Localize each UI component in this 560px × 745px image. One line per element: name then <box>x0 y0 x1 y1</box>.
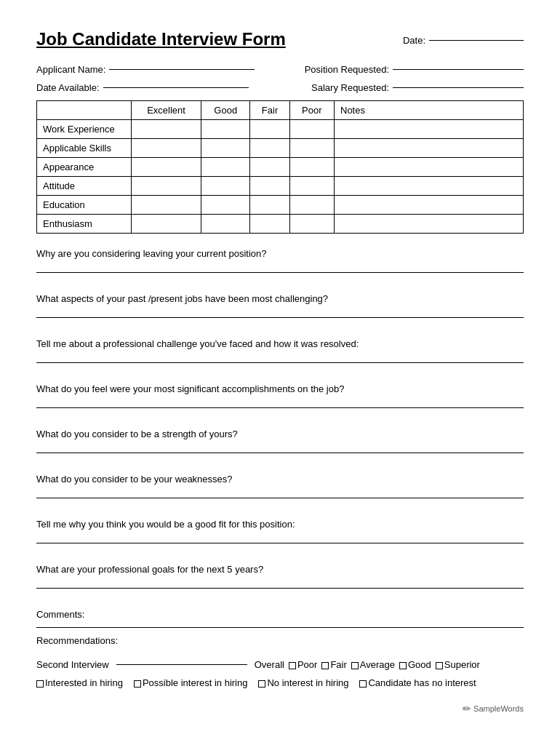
question-5: What do you consider to be a strength of… <box>36 429 524 453</box>
applicant-name-label: Applicant Name: <box>36 64 105 75</box>
applicant-row-1: Applicant Name: Position Requested: <box>36 64 524 75</box>
question-text: What are your professional goals for the… <box>36 564 524 575</box>
date-available-group: Date Available: <box>36 82 249 93</box>
divider <box>36 627 524 628</box>
second-interview-row: Second Interview Overall Poor Fair Avera… <box>36 659 524 670</box>
answer-line <box>36 362 524 363</box>
row-label: Work Experience <box>37 120 132 139</box>
answer-line <box>36 407 524 408</box>
question-text: What do you feel were your most signific… <box>36 383 524 394</box>
cell-poor <box>289 139 334 158</box>
overall-checkbox-superior[interactable]: Superior <box>436 659 480 670</box>
row-label: Education <box>37 196 132 215</box>
overall-checkbox-good[interactable]: Good <box>399 659 431 670</box>
row-label: Enthusiasm <box>37 215 132 234</box>
date-line <box>429 40 524 41</box>
checkbox-no-interest[interactable]: No interest in hiring <box>258 677 348 688</box>
cell-notes <box>335 215 524 234</box>
overall-group: Overall Poor Fair Average Good Superior <box>255 659 480 670</box>
cell-excellent <box>132 215 201 234</box>
watermark-text: ✏ SampleWords <box>463 703 524 714</box>
question-text: What do you consider to be your weakness… <box>36 474 524 485</box>
cell-good <box>201 158 250 177</box>
table-row: Applicable Skills <box>37 139 524 158</box>
cell-fair <box>250 139 289 158</box>
cell-excellent <box>132 196 201 215</box>
answer-line <box>36 588 524 589</box>
date-available-line <box>103 87 249 88</box>
question-7: Tell me why you think you would be a goo… <box>36 519 524 543</box>
cell-good <box>201 196 250 215</box>
watermark: ✏ SampleWords <box>36 703 524 714</box>
table-row: Work Experience <box>37 120 524 139</box>
cell-good <box>201 215 250 234</box>
table-row: Education <box>37 196 524 215</box>
answer-line <box>36 498 524 498</box>
col-fair: Fair <box>250 101 289 120</box>
applicant-name-group: Applicant Name: <box>36 64 255 75</box>
salary-label: Salary Requested: <box>311 82 389 93</box>
checkbox-interested-hiring[interactable]: Interested in hiring <box>36 677 123 688</box>
checkbox-possible-interest[interactable]: Possible interest in hiring <box>134 677 248 688</box>
row-label: Appearance <box>37 158 132 177</box>
position-group: Position Requested: <box>305 64 524 75</box>
comments-label: Comments: <box>36 609 524 620</box>
form-title: Job Candidate Interview Form <box>36 29 286 49</box>
position-line <box>393 69 524 70</box>
cell-fair <box>250 196 289 215</box>
overall-checkbox-fair[interactable]: Fair <box>321 659 346 670</box>
cell-fair <box>250 120 289 139</box>
cell-notes <box>335 120 524 139</box>
question-text: What aspects of your past /present jobs … <box>36 293 524 304</box>
cell-poor <box>289 158 334 177</box>
recommendations-label: Recommendations: <box>36 635 524 646</box>
question-text: Why are you considering leaving your cur… <box>36 248 524 259</box>
question-2: What aspects of your past /present jobs … <box>36 293 524 318</box>
answer-line <box>36 317 524 318</box>
pencil-icon: ✏ <box>463 703 471 714</box>
bottom-checkboxes: Interested in hiring Possible interest i… <box>36 677 524 688</box>
watermark-label: SampleWords <box>473 704 524 713</box>
date-label: Date: <box>403 35 425 46</box>
question-text: What do you consider to be a strength of… <box>36 429 524 439</box>
col-excellent: Excellent <box>132 101 201 120</box>
table-row: Enthusiasm <box>37 215 524 234</box>
cell-poor <box>289 120 334 139</box>
cell-good <box>201 139 250 158</box>
overall-checkbox-average[interactable]: Average <box>351 659 395 670</box>
overall-label: Overall <box>255 659 284 670</box>
row-label: Applicable Skills <box>37 139 132 158</box>
question-6: What do you consider to be your weakness… <box>36 474 524 498</box>
overall-checkbox-poor[interactable]: Poor <box>289 659 317 670</box>
table-header-row: Excellent Good Fair Poor Notes <box>37 101 524 120</box>
second-interview-label: Second Interview <box>36 659 109 670</box>
checkbox-candidate-no-interest[interactable]: Candidate has no interest <box>359 677 476 688</box>
cell-excellent <box>132 158 201 177</box>
recommendations-section: Recommendations: <box>36 635 524 646</box>
question-text: Tell me about a professional challenge y… <box>36 338 524 349</box>
cell-excellent <box>132 177 201 196</box>
second-interview-line <box>116 664 247 665</box>
question-4: What do you feel were your most signific… <box>36 383 524 408</box>
table-row: Appearance <box>37 158 524 177</box>
evaluation-table: Excellent Good Fair Poor Notes Work Expe… <box>36 100 524 234</box>
cell-poor <box>289 215 334 234</box>
col-notes: Notes <box>335 101 524 120</box>
col-category <box>37 101 132 120</box>
salary-group: Salary Requested: <box>311 82 524 93</box>
cell-good <box>201 177 250 196</box>
question-8: What are your professional goals for the… <box>36 564 524 589</box>
cell-notes <box>335 158 524 177</box>
cell-good <box>201 120 250 139</box>
comments-section: Comments: <box>36 609 524 620</box>
date-field: Date: <box>403 29 524 46</box>
cell-fair <box>250 177 289 196</box>
cell-fair <box>250 215 289 234</box>
cell-notes <box>335 196 524 215</box>
cell-notes <box>335 177 524 196</box>
cell-poor <box>289 196 334 215</box>
table-row: Attitude <box>37 177 524 196</box>
question-1: Why are you considering leaving your cur… <box>36 248 524 273</box>
salary-line <box>393 87 524 88</box>
answer-line <box>36 272 524 273</box>
